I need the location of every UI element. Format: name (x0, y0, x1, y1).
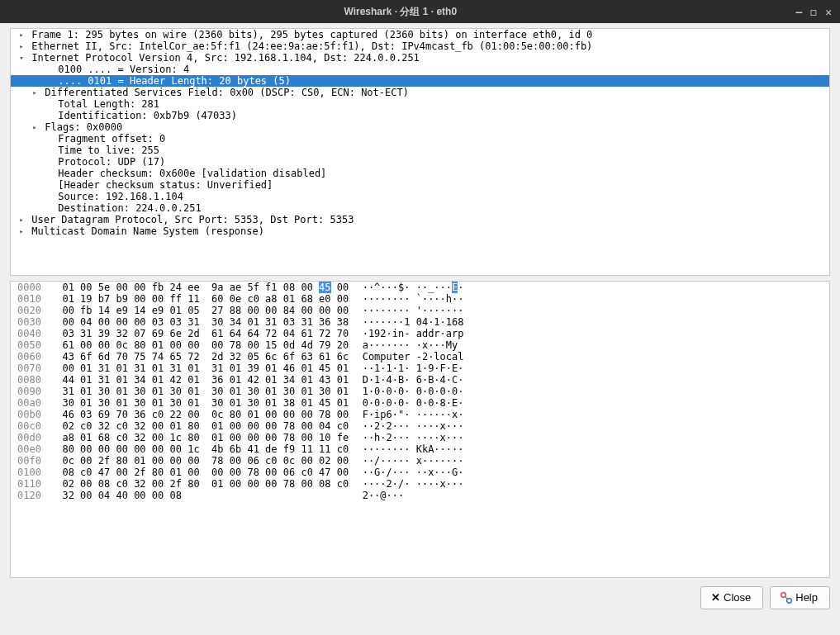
tree-row[interactable]: ▸ Differentiated Services Field: 0x00 (D… (11, 87, 829, 98)
hex-row[interactable]: 00f0 0c 00 2f 80 01 00 00 00 78 00 06 c0… (11, 455, 829, 467)
hex-row[interactable]: 0110 02 00 08 c0 32 00 2f 80 01 00 00 00… (11, 478, 829, 490)
hex-ascii: ·······1 04·1·168 (344, 316, 464, 328)
hex-row[interactable]: 00a0 30 01 30 01 30 01 30 01 30 01 30 01… (11, 397, 829, 409)
tree-label: Flags: 0x0000 (39, 121, 122, 133)
hex-offset: 0050 (11, 339, 50, 351)
close-icon[interactable]: ✕ (825, 6, 832, 18)
hex-row[interactable]: 0080 44 01 31 01 34 01 42 01 36 01 42 01… (11, 374, 829, 386)
hex-offset: 0040 (11, 328, 50, 339)
hex-row[interactable]: 0040 03 31 39 32 07 69 6e 2d 61 64 64 72… (11, 328, 829, 339)
hex-offset: 0110 (11, 478, 50, 490)
tree-label: Differentiated Services Field: 0x00 (DSC… (39, 87, 409, 98)
no-arrow: ▸ (44, 168, 52, 179)
no-arrow: ▸ (44, 179, 52, 191)
hex-row[interactable]: 00d0 a8 01 68 c0 32 00 1c 80 01 00 00 00… (11, 432, 829, 443)
window-controls: – ◻ ✕ (796, 6, 835, 18)
tree-row[interactable]: ▸ Identification: 0xb7b9 (47033) (11, 110, 829, 121)
maximize-icon[interactable]: ◻ (810, 6, 817, 18)
hex-row[interactable]: 0000 01 00 5e 00 00 fb 24 ee 9a ae 5f f1… (11, 282, 829, 293)
no-arrow: ▸ (44, 133, 52, 145)
tree-row[interactable]: ▸ Ethernet II, Src: IntelCor_ae:5f:f1 (2… (11, 40, 829, 52)
hex-offset: 0090 (11, 386, 50, 397)
tree-row[interactable]: ▸ Header checksum: 0x600e [validation di… (11, 168, 829, 179)
no-arrow: ▸ (44, 156, 52, 168)
hex-row[interactable]: 0020 00 fb 14 e9 14 e9 01 05 27 88 00 00… (11, 305, 829, 316)
hex-row[interactable]: 0090 31 01 30 01 30 01 30 01 30 01 30 01… (11, 386, 829, 397)
tree-label: Frame 1: 295 bytes on wire (2360 bits), … (26, 29, 592, 40)
packet-details-tree[interactable]: ▸ Frame 1: 295 bytes on wire (2360 bits)… (10, 28, 830, 276)
hex-offset: 00a0 (11, 397, 50, 409)
hex-offset: 00e0 (11, 443, 50, 455)
hex-row[interactable]: 00e0 80 00 00 00 00 00 00 1c 4b 6b 41 de… (11, 443, 829, 455)
packet-bytes-hex[interactable]: 0000 01 00 5e 00 00 fb 24 ee 9a ae 5f f1… (10, 281, 830, 578)
window-title: Wireshark · 分组 1 · eth0 (5, 5, 796, 19)
close-button[interactable]: ✕ Close (700, 586, 763, 609)
ascii-highlight: E (452, 282, 458, 293)
tree-row[interactable]: ▸ Total Length: 281 (11, 98, 829, 110)
hex-bytes: 0c 00 2f 80 01 00 00 00 78 00 06 c0 0c 0… (50, 455, 344, 467)
expand-right-icon[interactable]: ▸ (17, 40, 26, 52)
tree-row[interactable]: ▸ Flags: 0x0000 (11, 121, 829, 133)
expand-right-icon[interactable]: ▸ (17, 225, 26, 237)
hex-bytes: 30 01 30 01 30 01 30 01 30 01 30 01 38 0… (50, 397, 344, 409)
tree-row[interactable]: ▸ Time to live: 255 (11, 145, 829, 156)
expand-down-icon[interactable]: ▾ (17, 52, 26, 64)
no-arrow: ▸ (44, 75, 52, 87)
tree-row[interactable]: ▸ Source: 192.168.1.104 (11, 191, 829, 202)
hex-row[interactable]: 0120 32 00 04 40 00 00 08 2··@··· (11, 490, 829, 501)
hex-ascii: ··1·1·1· 1·9·F·E· (344, 363, 464, 374)
tree-label: Protocol: UDP (17) (52, 156, 165, 168)
hex-row[interactable]: 0100 08 c0 47 00 2f 80 01 00 00 00 78 00… (11, 467, 829, 478)
tree-row[interactable]: ▸ 0100 .... = Version: 4 (11, 64, 829, 75)
tree-row[interactable]: ▸ Protocol: UDP (17) (11, 156, 829, 168)
svg-point-0 (781, 592, 786, 597)
hex-offset: 0070 (11, 363, 50, 374)
hex-offset: 0000 (11, 282, 50, 293)
tree-row[interactable]: ▸ Multicast Domain Name System (response… (11, 225, 829, 237)
hex-bytes: 00 fb 14 e9 14 e9 01 05 27 88 00 00 84 0… (50, 305, 344, 316)
tree-row[interactable]: ▾ Internet Protocol Version 4, Src: 192.… (11, 52, 829, 64)
no-arrow: ▸ (44, 98, 52, 110)
hex-row[interactable]: 0050 61 00 00 0c 80 01 00 00 00 78 00 15… (11, 339, 829, 351)
help-label: Help (795, 591, 818, 604)
tree-row[interactable]: ▸ User Datagram Protocol, Src Port: 5353… (11, 214, 829, 225)
expand-right-icon[interactable]: ▸ (17, 214, 26, 225)
hex-ascii: ··h·2··· ····x··· (344, 432, 464, 443)
expand-right-icon[interactable]: ▸ (17, 29, 26, 40)
hex-bytes: 08 c0 47 00 2f 80 01 00 00 00 78 00 06 c… (50, 467, 344, 478)
expand-right-icon[interactable]: ▸ (31, 121, 39, 133)
help-button[interactable]: Help (770, 586, 830, 609)
hex-offset: 0020 (11, 305, 50, 316)
close-x-icon: ✕ (711, 591, 720, 604)
hex-offset: 0080 (11, 374, 50, 386)
expand-right-icon[interactable]: ▸ (31, 87, 39, 98)
hex-row[interactable]: 0030 00 04 00 00 00 03 03 31 30 34 01 31… (11, 316, 829, 328)
hex-row[interactable]: 0060 43 6f 6d 70 75 74 65 72 2d 32 05 6c… (11, 351, 829, 363)
tree-label: Ethernet II, Src: IntelCor_ae:5f:f1 (24:… (26, 40, 592, 52)
hex-offset: 00f0 (11, 455, 50, 467)
hex-row[interactable]: 0010 01 19 b7 b9 00 00 ff 11 60 0e c0 a8… (11, 293, 829, 305)
hex-row[interactable]: 00c0 02 c0 32 c0 32 00 01 80 01 00 00 00… (11, 420, 829, 432)
tree-row[interactable]: ▸ Frame 1: 295 bytes on wire (2360 bits)… (11, 29, 829, 40)
svg-point-1 (787, 598, 792, 603)
hex-bytes: 32 00 04 40 00 00 08 (50, 490, 344, 501)
tree-row[interactable]: ▸ Destination: 224.0.0.251 (11, 202, 829, 214)
hex-row[interactable]: 00b0 46 03 69 70 36 c0 22 00 0c 80 01 00… (11, 409, 829, 420)
hex-bytes: 61 00 00 0c 80 01 00 00 00 78 00 15 0d 4… (50, 339, 344, 351)
window-body: ▸ Frame 1: 295 bytes on wire (2360 bits)… (0, 23, 840, 635)
tree-label: Fragment offset: 0 (52, 133, 165, 145)
hex-ascii: 0·0·0·0· 0·0·8·E· (344, 397, 464, 409)
tree-row-selected[interactable]: ▸ .... 0101 = Header Length: 20 bytes (5… (11, 75, 829, 87)
minimize-icon[interactable]: – (796, 6, 803, 18)
tree-row[interactable]: ▸ [Header checksum status: Unverified] (11, 179, 829, 191)
tree-row[interactable]: ▸ Fragment offset: 0 (11, 133, 829, 145)
hex-row[interactable]: 0070 00 01 31 01 31 01 31 01 31 01 39 01… (11, 363, 829, 374)
tree-label: User Datagram Protocol, Src Port: 5353, … (26, 214, 354, 225)
hex-bytes: 43 6f 6d 70 75 74 65 72 2d 32 05 6c 6f 6… (50, 351, 344, 363)
titlebar: Wireshark · 分组 1 · eth0 – ◻ ✕ (0, 0, 840, 23)
hex-bytes: 44 01 31 01 34 01 42 01 36 01 42 01 34 0… (50, 374, 344, 386)
hex-ascii: ··G·/··· ··x···G· (344, 467, 464, 478)
tree-label: .... 0101 = Header Length: 20 bytes (5) (52, 75, 291, 87)
hex-ascii: ········ `····h·· (344, 293, 464, 305)
hex-offset: 0060 (11, 351, 50, 363)
